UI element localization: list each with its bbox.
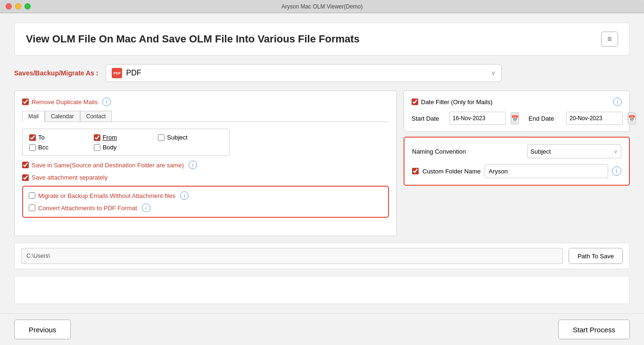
remove-duplicate-checkbox[interactable] — [22, 99, 29, 105]
field-subject-checkbox[interactable] — [158, 134, 165, 141]
convert-pdf-info-icon[interactable]: i — [142, 204, 150, 212]
date-filter-info-icon[interactable]: i — [613, 98, 622, 106]
naming-section: Naming Convention Subject Date From To ∨ — [404, 137, 630, 186]
save-same-checkbox[interactable] — [22, 162, 29, 168]
remove-duplicate-label[interactable]: Remove Duplicate Mails — [32, 99, 98, 106]
saves-row: Saves/Backup/Migrate As : PDF PDF ∨ — [14, 62, 630, 84]
convert-pdf-label[interactable]: Convert Attachments to PDF Format — [38, 205, 137, 212]
tabs-row: Mail Calendar Contact — [22, 111, 389, 122]
field-from-label[interactable]: From — [103, 134, 117, 141]
field-from-checkbox[interactable] — [94, 134, 100, 141]
custom-folder-info-icon[interactable]: i — [612, 166, 621, 176]
dropdown-selected: PDF — [126, 69, 141, 77]
menu-button[interactable]: ≡ — [601, 32, 618, 47]
naming-convention-row: Naming Convention Subject Date From To ∨ — [412, 144, 621, 158]
field-bcc: Bcc — [29, 144, 94, 151]
start-process-button[interactable]: Start Process — [558, 320, 630, 339]
format-dropdown[interactable]: PDF PDF ∨ — [106, 64, 502, 82]
tab-calendar[interactable]: Calendar — [45, 111, 80, 122]
date-filter-label[interactable]: Date Filter (Only for Mails) — [421, 99, 493, 106]
end-date-input[interactable] — [566, 112, 623, 125]
remove-duplicate-info-icon[interactable]: i — [102, 98, 111, 106]
path-input[interactable] — [21, 248, 563, 264]
field-from: From — [94, 134, 158, 141]
custom-folder-label[interactable]: Custom Folder Name — [422, 168, 481, 175]
naming-convention-label: Naming Convention — [412, 148, 466, 155]
left-panel: Remove Duplicate Mails i Mail Calendar C… — [14, 90, 397, 236]
previous-button[interactable]: Previous — [14, 320, 71, 339]
save-attachment-checkbox[interactable] — [22, 174, 29, 181]
naming-select-wrap: Subject Date From To ∨ — [527, 144, 621, 158]
end-date-calendar-icon[interactable]: 📅 — [627, 112, 636, 124]
naming-convention-select[interactable]: Subject Date From To — [527, 144, 621, 158]
close-btn[interactable] — [6, 3, 12, 9]
field-to-checkbox[interactable] — [29, 134, 36, 141]
custom-folder-checkbox[interactable] — [412, 168, 419, 174]
field-bcc-checkbox[interactable] — [29, 144, 36, 151]
field-bcc-label[interactable]: Bcc — [38, 144, 49, 151]
migrate-row: Migrate or Backup Emails Without Attachm… — [29, 191, 382, 200]
field-subject-label[interactable]: Subject — [167, 134, 187, 141]
date-filter-section: Date Filter (Only for Mails) i Start Dat… — [404, 90, 630, 132]
right-panel: Date Filter (Only for Mails) i Start Dat… — [404, 90, 630, 236]
titlebar: Aryson Mac OLM Viewer(Demo) — [0, 0, 644, 13]
migrate-checkbox[interactable] — [29, 192, 35, 199]
header-section: View OLM File On Mac And Save OLM File I… — [14, 23, 630, 56]
custom-folder-row: Custom Folder Name i — [412, 164, 621, 178]
start-date-input[interactable] — [449, 112, 506, 125]
migrate-info-icon[interactable]: i — [180, 191, 189, 200]
start-date-calendar-icon[interactable]: 📅 — [511, 112, 519, 124]
dropdown-left: PDF PDF — [112, 68, 141, 78]
convert-pdf-checkbox[interactable] — [29, 205, 35, 211]
field-subject: Subject — [158, 134, 223, 141]
progress-section — [14, 276, 630, 304]
dropdown-arrow-icon: ∨ — [491, 70, 495, 76]
pdf-icon: PDF — [112, 68, 122, 78]
field-to-label[interactable]: To — [38, 134, 45, 141]
save-same-label[interactable]: Save in Same(Source and Destination Fold… — [32, 162, 184, 169]
convert-pdf-row: Convert Attachments to PDF Format i — [29, 204, 382, 212]
options-area: Remove Duplicate Mails i Mail Calendar C… — [14, 90, 630, 236]
date-row: Start Date 📅 End Date 📅 — [412, 112, 622, 125]
field-to: To — [29, 134, 94, 141]
save-same-row: Save in Same(Source and Destination Fold… — [22, 161, 389, 169]
path-section: Path To Save — [14, 243, 630, 269]
bottom-bar: Previous Start Process — [0, 313, 644, 345]
date-filter-checkbox[interactable] — [412, 99, 418, 105]
menu-icon: ≡ — [607, 35, 611, 43]
window-title: Aryson Mac OLM Viewer(Demo) — [281, 3, 363, 10]
field-body: Body — [94, 144, 158, 151]
minimize-btn[interactable] — [15, 3, 21, 9]
attachment-section: Migrate or Backup Emails Without Attachm… — [22, 186, 389, 218]
start-date-label: Start Date — [412, 115, 445, 122]
path-to-save-button[interactable]: Path To Save — [569, 248, 623, 264]
saves-label: Saves/Backup/Migrate As : — [14, 69, 98, 77]
date-filter-header: Date Filter (Only for Mails) i — [412, 98, 622, 106]
save-same-info-icon[interactable]: i — [189, 161, 197, 169]
tab-contact[interactable]: Contact — [80, 111, 112, 122]
migrate-label[interactable]: Migrate or Backup Emails Without Attachm… — [38, 192, 175, 199]
custom-folder-input[interactable] — [485, 164, 608, 178]
save-attachment-label[interactable]: Save attachment separately — [32, 174, 107, 181]
maximize-btn[interactable] — [25, 3, 31, 9]
date-filter-title: Date Filter (Only for Mails) — [412, 99, 493, 106]
end-date-label: End Date — [528, 115, 561, 122]
titlebar-buttons — [6, 3, 31, 9]
field-body-checkbox[interactable] — [94, 144, 100, 151]
field-body-label[interactable]: Body — [103, 144, 117, 151]
page-title: View OLM File On Mac And Save OLM File I… — [26, 33, 360, 45]
save-attachment-row: Save attachment separately — [22, 174, 389, 181]
fields-box: To From Subject Bcc — [22, 129, 230, 156]
remove-duplicate-row: Remove Duplicate Mails i — [22, 98, 389, 106]
tab-mail[interactable]: Mail — [22, 111, 45, 122]
